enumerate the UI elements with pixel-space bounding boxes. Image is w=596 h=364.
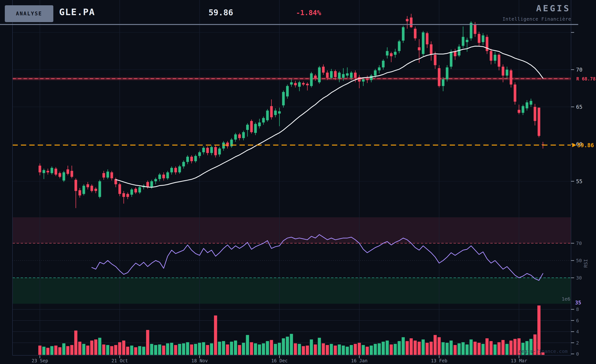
svg-text:16 Jan: 16 Jan — [351, 358, 368, 363]
resistance-level — [13, 77, 571, 80]
svg-text:70: 70 — [576, 240, 582, 246]
brand-subtitle: Intelligence Financière — [503, 16, 571, 22]
last-price-value: 59.86 — [209, 8, 233, 17]
ticker-symbol: GLE.PA — [59, 7, 95, 17]
svg-text:30: 30 — [576, 275, 582, 281]
svg-text:6: 6 — [576, 318, 579, 323]
svg-text:13 Mar: 13 Mar — [511, 358, 527, 363]
svg-text:70: 70 — [576, 67, 582, 73]
volume-scale-label: 1e6 — [562, 296, 570, 302]
change-percent: -1.84% — [296, 9, 321, 17]
analyse-button[interactable]: ANALYSE — [5, 5, 53, 22]
candlestick-chart: aegis-finance.com70656055R 68.7859.86705… — [0, 0, 596, 364]
svg-text:4: 4 — [576, 329, 579, 335]
rsi-last-value: 35 — [575, 300, 581, 306]
svg-text:0: 0 — [576, 351, 579, 357]
svg-text:21 Oct: 21 Oct — [112, 358, 128, 363]
watermark: aegis-finance.com — [518, 348, 568, 354]
svg-text:55: 55 — [576, 178, 582, 184]
svg-text:18 Nov: 18 Nov — [191, 358, 208, 363]
svg-text:59.86: 59.86 — [577, 142, 594, 148]
svg-text:8: 8 — [576, 306, 579, 312]
header-divider — [0, 24, 578, 25]
svg-text:16 Dec: 16 Dec — [271, 358, 288, 363]
svg-text:23 Sep: 23 Sep — [32, 358, 48, 363]
rsi-axis-title: RSI — [583, 259, 589, 268]
svg-text:13 Feb: 13 Feb — [431, 358, 447, 363]
trading-analysis-screen: aegis-finance.com70656055R 68.7859.86705… — [0, 0, 596, 364]
svg-text:2: 2 — [576, 340, 579, 346]
brand-logo-text: AEGIS — [536, 3, 571, 13]
svg-text:50: 50 — [576, 258, 582, 263]
svg-text:65: 65 — [576, 104, 582, 110]
resistance-label: R 68.78 — [576, 76, 596, 81]
